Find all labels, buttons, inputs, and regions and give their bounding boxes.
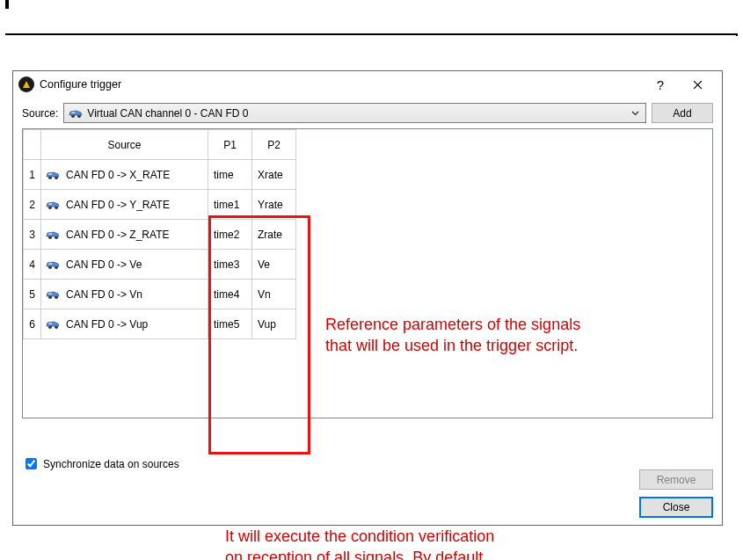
source-dropdown[interactable]: Virtual CAN channel 0 - CAN FD 0 (63, 103, 646, 123)
outer-frame-fragment (5, 33, 738, 35)
col-header-index (24, 130, 41, 160)
row-index: 6 (24, 309, 41, 339)
can-node-icon (45, 169, 61, 181)
row-source-text: CAN FD 0 -> Z_RATE (66, 229, 169, 241)
row-p2-text: Zrate (252, 229, 295, 241)
help-button[interactable]: ? (643, 72, 678, 97)
sync-label: Synchronize data on sources (43, 458, 179, 470)
row-p2-cell[interactable]: Yrate (252, 190, 296, 220)
signals-table: Source P1 P2 1CAN FD 0 -> X_RATEtimeXrat… (23, 129, 296, 339)
chevron-down-icon (628, 111, 642, 116)
row-index: 1 (24, 160, 41, 190)
can-node-icon (45, 199, 61, 211)
window-close-button[interactable] (678, 72, 717, 97)
row-p2-cell[interactable]: Ve (252, 250, 296, 280)
row-p1-cell[interactable]: time (208, 160, 252, 190)
titlebar: Configure trigger ? (13, 71, 722, 98)
table-row[interactable]: 6CAN FD 0 -> Vuptime5Vup (24, 309, 296, 339)
row-source-cell[interactable]: CAN FD 0 -> Y_RATE (41, 190, 208, 220)
row-index: 3 (24, 220, 41, 250)
table-row[interactable]: 5CAN FD 0 -> Vntime4Vn (24, 280, 296, 309)
row-source-cell[interactable]: CAN FD 0 -> Z_RATE (41, 220, 208, 250)
row-p1-text: time3 (208, 258, 251, 271)
row-p2-text: Vn (252, 288, 295, 301)
row-source-text: CAN FD 0 -> Y_RATE (66, 199, 170, 211)
table-row[interactable]: 3CAN FD 0 -> Z_RATEtime2Zrate (24, 220, 296, 250)
can-node-icon (45, 288, 61, 301)
col-header-p2[interactable]: P2 (252, 130, 296, 160)
can-node-icon (45, 229, 61, 241)
app-icon (18, 76, 34, 92)
outer-frame-fragment (736, 33, 738, 36)
row-source-text: CAN FD 0 -> Vup (66, 318, 148, 331)
row-source-text: CAN FD 0 -> Vn (66, 288, 142, 301)
can-node-icon (45, 258, 61, 271)
row-p2-cell[interactable]: Zrate (252, 220, 296, 250)
row-p1-cell[interactable]: time2 (208, 220, 252, 250)
row-p1-cell[interactable]: time1 (208, 190, 252, 220)
row-p1-text: time4 (208, 288, 251, 301)
row-p2-cell[interactable]: Vup (252, 309, 296, 339)
row-p1-cell[interactable]: time5 (208, 309, 252, 339)
row-source-cell[interactable]: CAN FD 0 -> X_RATE (41, 160, 208, 190)
row-source-text: CAN FD 0 -> X_RATE (66, 169, 170, 181)
row-index: 5 (24, 280, 41, 309)
svg-marker-0 (23, 81, 30, 88)
row-p1-text: time2 (208, 229, 251, 241)
row-p2-text: Yrate (252, 199, 295, 211)
remove-button[interactable]: Remove (639, 469, 713, 490)
add-button[interactable]: Add (652, 103, 713, 123)
can-node-icon (68, 107, 84, 120)
row-p1-cell[interactable]: time4 (208, 280, 252, 309)
source-row: Source: Virtual CAN channel 0 - CAN FD 0… (13, 98, 722, 128)
table-row[interactable]: 1CAN FD 0 -> X_RATEtimeXrate (24, 160, 296, 190)
row-source-cell[interactable]: CAN FD 0 -> Vn (41, 280, 208, 309)
row-source-text: CAN FD 0 -> Ve (66, 258, 142, 271)
row-p1-text: time1 (208, 199, 251, 211)
row-p1-text: time5 (208, 318, 251, 331)
close-button[interactable]: Close (639, 497, 713, 518)
signals-grid: Source P1 P2 1CAN FD 0 -> X_RATEtimeXrat… (22, 128, 713, 418)
row-p1-text: time (208, 169, 251, 181)
row-p2-cell[interactable]: Vn (252, 280, 296, 309)
footer-buttons: Remove Close (639, 469, 713, 518)
outer-frame-fragment (5, 0, 9, 9)
sync-checkbox-row[interactable]: Synchronize data on sources (22, 455, 179, 472)
table-row[interactable]: 4CAN FD 0 -> Vetime3Ve (24, 250, 296, 280)
row-source-cell[interactable]: CAN FD 0 -> Vup (41, 309, 208, 339)
window-title: Configure trigger (40, 78, 121, 91)
source-selected-text: Virtual CAN channel 0 - CAN FD 0 (87, 107, 624, 120)
col-header-source[interactable]: Source (41, 130, 208, 160)
col-header-p1[interactable]: P1 (208, 130, 252, 160)
can-node-icon (45, 318, 61, 331)
annotation-text-sync: It will execute the condition verificati… (225, 526, 594, 560)
configure-trigger-dialog: Configure trigger ? Source: Virtual CAN … (12, 70, 723, 526)
row-p2-text: Xrate (252, 169, 295, 181)
row-index: 2 (24, 190, 41, 220)
table-row[interactable]: 2CAN FD 0 -> Y_RATEtime1Yrate (24, 190, 296, 220)
row-p1-cell[interactable]: time3 (208, 250, 252, 280)
row-p2-text: Vup (252, 318, 295, 331)
row-p2-text: Ve (252, 258, 295, 271)
row-p2-cell[interactable]: Xrate (252, 160, 296, 190)
row-index: 4 (24, 250, 41, 280)
source-label: Source: (22, 107, 58, 120)
sync-checkbox[interactable] (25, 458, 37, 469)
row-source-cell[interactable]: CAN FD 0 -> Ve (41, 250, 208, 280)
